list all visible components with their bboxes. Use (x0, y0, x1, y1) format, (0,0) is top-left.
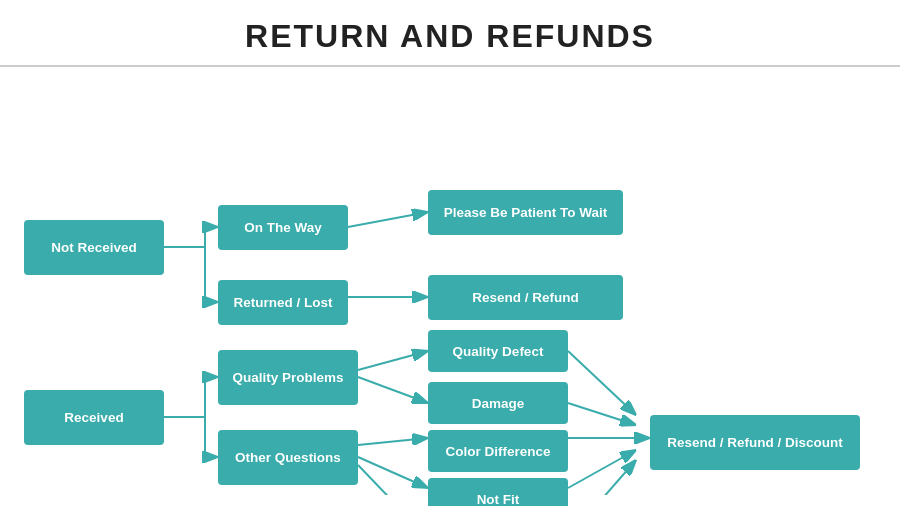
page-title: RETURN AND REFUNDS (245, 18, 655, 54)
svg-line-17 (358, 457, 428, 488)
box-color-difference: Color Difference (428, 430, 568, 472)
svg-line-23 (568, 460, 636, 495)
page: RETURN AND REFUNDS (0, 0, 900, 506)
box-resend-refund: Resend / Refund (428, 275, 623, 320)
svg-line-20 (568, 403, 636, 425)
svg-line-16 (358, 438, 428, 445)
box-not-received: Not Received (24, 220, 164, 275)
box-returned-lost: Returned / Lost (218, 280, 348, 325)
title-area: RETURN AND REFUNDS (0, 0, 900, 67)
box-not-fit: Not Fit (428, 478, 568, 506)
box-resend-refund-discount: Resend / Refund / Discount (650, 415, 860, 470)
box-on-the-way: On The Way (218, 205, 348, 250)
svg-line-22 (568, 450, 636, 488)
svg-line-6 (348, 212, 428, 227)
svg-line-19 (568, 351, 636, 415)
svg-line-14 (358, 351, 428, 370)
box-received: Received (24, 390, 164, 445)
box-damage: Damage (428, 382, 568, 424)
svg-line-15 (358, 377, 428, 403)
svg-line-18 (358, 465, 428, 495)
diagram: Not Received On The Way Returned / Lost … (0, 75, 900, 495)
box-please-wait: Please Be Patient To Wait (428, 190, 623, 235)
box-quality-problems: Quality Problems (218, 350, 358, 405)
box-quality-defect: Quality Defect (428, 330, 568, 372)
box-other-questions: Other Questions (218, 430, 358, 485)
